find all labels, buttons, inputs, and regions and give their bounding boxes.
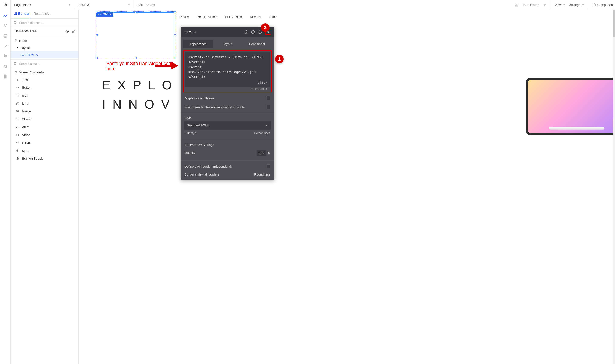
iframe-checkbox[interactable] (267, 96, 270, 100)
comment-icon[interactable] (258, 30, 262, 34)
edit-label[interactable]: Edit (137, 3, 143, 7)
view-menu[interactable]: View ▼ (555, 3, 565, 7)
click-hint: Click (258, 80, 267, 85)
nav-pages[interactable]: PAGES (179, 16, 189, 19)
code-icon (21, 53, 25, 56)
resize-handle[interactable] (96, 34, 98, 36)
chevron-down-icon: ▼ (265, 124, 268, 127)
palette-link[interactable]: Link (11, 99, 79, 107)
app-logo[interactable]: .b (0, 0, 11, 10)
resize-handle[interactable] (96, 12, 98, 13)
search-icon (13, 62, 17, 65)
visual-elements-header[interactable]: ▼ Visual Elements (11, 68, 79, 76)
saved-label: Saved (146, 3, 155, 7)
property-panel-title: HTML A (184, 30, 197, 34)
components-button[interactable]: Componen (592, 3, 613, 7)
elements-palette: TText Button ☆Icon Link Image Shape Aler… (11, 76, 79, 167)
scrollbar-thumb[interactable] (613, 10, 615, 37)
resize-handle[interactable] (174, 57, 176, 59)
html-editor-link[interactable]: HTML editor (185, 87, 270, 91)
data-tab-icon[interactable] (3, 33, 8, 38)
style-label: Style (181, 114, 274, 120)
edit-style-link[interactable]: Edit style (184, 131, 197, 135)
palette-map[interactable]: Map (11, 147, 79, 155)
border-style-row: Border style - all borders Roundness (181, 171, 274, 178)
resize-handle[interactable] (174, 12, 176, 13)
svg-point-14 (17, 150, 18, 151)
palette-video[interactable]: Video (11, 131, 79, 139)
issues-indicator[interactable]: 0 issues (522, 3, 539, 7)
resize-handle[interactable] (135, 12, 137, 13)
settings-tab-icon[interactable] (3, 64, 8, 69)
tab-appearance[interactable]: Appearance (183, 39, 213, 48)
selected-html-element[interactable]: HTML A (96, 12, 175, 58)
tab-ui-builder[interactable]: UI Builder (13, 12, 30, 18)
resize-handle[interactable] (135, 57, 137, 59)
search-assets-input[interactable] (19, 62, 76, 65)
play-icon[interactable] (245, 30, 248, 34)
arrange-menu[interactable]: Arrange ▼ (569, 3, 584, 7)
logs-tab-icon[interactable] (3, 74, 8, 79)
eye-icon[interactable] (65, 29, 69, 33)
property-panel[interactable]: HTML A Appearance Layout Conditional <sc… (181, 27, 274, 180)
tab-responsive[interactable]: Responsive (34, 12, 52, 18)
tab-layout[interactable]: Layout (213, 39, 242, 48)
link-icon (16, 102, 20, 105)
design-tab-icon[interactable] (3, 13, 8, 18)
canvas[interactable]: HOME PAGES PORTFOLIOS ELEMENTS BLOGS SHO… (79, 10, 615, 364)
opacity-input[interactable]: 100 (257, 150, 266, 156)
palette-html[interactable]: HTML (11, 139, 79, 147)
page-selector[interactable]: Page: index ▼ (11, 0, 74, 10)
property-panel-header[interactable]: HTML A (181, 27, 274, 37)
chevron-down-icon: ▼ (128, 3, 130, 6)
define-border-checkbox[interactable] (267, 165, 270, 168)
cursor-icon[interactable] (543, 3, 547, 7)
palette-shape[interactable]: Shape (11, 115, 79, 123)
cube-icon (592, 3, 596, 7)
annotation-callout-2: 2 (261, 23, 270, 32)
tree-page-index[interactable]: index (11, 37, 79, 44)
chevron-down-icon: ▼ (563, 3, 565, 6)
stylus-mockup (549, 127, 604, 130)
nav-blogs[interactable]: BLOGS (250, 16, 261, 19)
resize-handle[interactable] (174, 34, 176, 36)
tablet-mockup (526, 78, 615, 135)
palette-button[interactable]: Button (11, 83, 79, 91)
info-icon[interactable] (251, 30, 255, 34)
palette-text[interactable]: TText (11, 76, 79, 83)
video-icon (16, 133, 20, 136)
wait-render-checkbox[interactable] (267, 105, 270, 109)
search-elements-row (11, 19, 79, 27)
canvas-scrollbar[interactable] (613, 10, 615, 364)
shape-icon (16, 118, 20, 121)
html-code-field[interactable]: <script>var sitetran = {site_id: 2109};<… (185, 52, 270, 87)
expand-icon[interactable] (72, 29, 76, 33)
topbar-right: 0 issues View ▼ Arrange ▼ Componen (512, 0, 615, 10)
elements-tree: index ▼ Layers HTML A (11, 36, 79, 60)
palette-image[interactable]: Image (11, 107, 79, 115)
gift-icon[interactable] (515, 3, 519, 7)
style-select[interactable]: Standard HTML ▼ (184, 121, 271, 130)
hero-text-line2: INNOV (102, 97, 176, 112)
nav-shop[interactable]: SHOP (269, 16, 278, 19)
tab-conditional[interactable]: Conditional (242, 39, 272, 48)
annotation-callout-1: 1 (275, 55, 284, 63)
detach-style-link[interactable]: Detach style (254, 131, 270, 135)
element-selector[interactable]: HTML A ▼ (74, 0, 134, 10)
palette-built-on-bubble[interactable]: .bBuilt on Bubble (11, 155, 79, 162)
palette-alert[interactable]: Alert (11, 123, 79, 131)
page-icon (14, 39, 17, 42)
plugins-tab-icon[interactable] (3, 53, 8, 59)
search-icon (13, 21, 17, 25)
elements-tree-header: Elements Tree (11, 27, 79, 36)
html-code-field-highlight: <script>var sitetran = {site_id: 2109};<… (183, 50, 272, 92)
search-elements-input[interactable] (19, 21, 76, 25)
nav-portfolios[interactable]: PORTFOLIOS (197, 16, 218, 19)
tree-layers[interactable]: ▼ Layers (11, 44, 79, 51)
nav-elements[interactable]: ELEMENTS (225, 16, 243, 19)
styles-tab-icon[interactable] (3, 43, 8, 49)
workflow-tab-icon[interactable] (3, 23, 8, 28)
resize-handle[interactable] (96, 57, 98, 59)
palette-icon[interactable]: ☆Icon (11, 91, 79, 99)
tree-html-a[interactable]: HTML A (11, 51, 79, 58)
